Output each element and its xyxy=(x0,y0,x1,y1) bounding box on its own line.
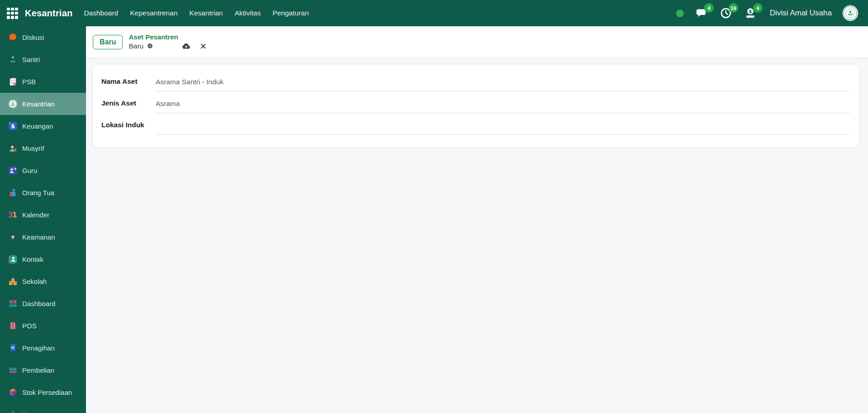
svg-text:$: $ xyxy=(12,346,14,350)
calendar-icon: 31 xyxy=(8,210,18,220)
form-field-lokasi-induk: Lokasi Induk xyxy=(101,114,850,136)
sidebar-item-label: Kalender xyxy=(22,211,49,219)
sidebar-item-orang-tua[interactable]: Orang Tua xyxy=(0,182,86,204)
svg-text:1: 1 xyxy=(12,211,17,219)
sidebar-item-kesantrian[interactable]: Kesantrian xyxy=(0,93,86,115)
sidebar-item-sekolah[interactable]: Sekolah xyxy=(0,270,86,293)
money-collect-icon[interactable]: $ 4 xyxy=(744,6,757,20)
santri-icon xyxy=(8,55,18,64)
field-label: Nama Aset xyxy=(101,77,156,86)
breadcrumb-current: Baru xyxy=(129,42,143,50)
nav-menu-pengaturan[interactable]: Pengaturan xyxy=(267,0,315,26)
sidebar-item-label: POS xyxy=(22,322,37,330)
contacts-icon xyxy=(8,255,18,264)
employees-icon xyxy=(8,410,18,413)
field-value: Asrama xyxy=(156,100,180,108)
sidebar-item-label: Dashboard xyxy=(22,300,55,307)
psb-icon xyxy=(8,77,18,86)
sidebar-item-label: Pembelian xyxy=(22,366,54,374)
school-icon xyxy=(8,277,18,286)
finance-icon: $ xyxy=(8,121,18,131)
form-field-nama-aset: Nama AsetAsrama Santri - Induk xyxy=(101,71,850,92)
company-switcher[interactable]: Divisi Amal Usaha xyxy=(770,9,832,18)
purchase-icon xyxy=(8,365,18,375)
field-input-nama-aset[interactable]: Asrama Santri - Induk xyxy=(156,73,850,91)
svg-text:$: $ xyxy=(749,9,752,14)
breadcrumb: Aset Pesantren Baru xyxy=(129,33,206,51)
user-avatar[interactable] xyxy=(843,5,858,21)
sidebar-item-keuangan[interactable]: $Keuangan xyxy=(0,115,86,137)
nav-menu-kesantrian[interactable]: Kesantrian xyxy=(183,0,229,26)
teacher-icon xyxy=(8,166,18,175)
inventory-icon xyxy=(8,388,18,397)
musyrif-icon xyxy=(8,144,18,153)
sidebar-item-psb[interactable]: PSB xyxy=(0,71,86,93)
money-badge: 4 xyxy=(753,3,763,13)
top-menu: DashboardKepesantrenanKesantrianAktivita… xyxy=(78,0,315,26)
field-input-lokasi-induk[interactable] xyxy=(156,117,850,135)
messages-badge: 4 xyxy=(704,3,714,13)
sidebar-item-stok-persediaan[interactable]: Stok Persediaan xyxy=(0,381,86,403)
sidebar-item-karyawan[interactable]: Karyawan xyxy=(0,403,86,413)
sidebar-item-label: Keamanan xyxy=(22,233,55,241)
parents-icon xyxy=(8,188,18,197)
sidebar-item-kalender[interactable]: 31Kalender xyxy=(0,204,86,226)
field-input-jenis-aset[interactable]: Asrama xyxy=(156,95,850,113)
sidebar-item-label: Santri xyxy=(22,56,40,63)
pos-icon xyxy=(8,321,18,331)
security-icon xyxy=(8,232,18,242)
sidebar-item-penagihan[interactable]: $Penagihan xyxy=(0,337,86,359)
sidebar-item-label: Karyawan xyxy=(22,411,52,413)
sidebar-item-guru[interactable]: Guru xyxy=(0,159,86,182)
control-panel: Baru Aset Pesantren Baru xyxy=(86,26,868,58)
main-content: Baru Aset Pesantren Baru Nama AsetA xyxy=(86,26,868,413)
sidebar-item-pos[interactable]: POS xyxy=(0,315,86,337)
sidebar-item-label: Keuangan xyxy=(22,122,53,130)
app-brand[interactable]: Kesantrian xyxy=(25,8,72,19)
sidebar-item-label: Penagihan xyxy=(22,344,55,352)
nav-menu-dashboard[interactable]: Dashboard xyxy=(78,0,124,26)
app-sidebar: DiskusiSantriPSBKesantrian$KeuanganMusyr… xyxy=(0,26,86,413)
sidebar-item-label: Kontak xyxy=(22,255,43,263)
field-value: Asrama Santri - Induk xyxy=(156,78,224,86)
sidebar-item-kontak[interactable]: Kontak xyxy=(0,248,86,270)
field-label: Jenis Aset xyxy=(101,99,156,107)
gear-icon[interactable] xyxy=(147,43,153,49)
breadcrumb-parent[interactable]: Aset Pesantren xyxy=(129,33,206,41)
form-field-jenis-aset: Jenis AsetAsrama xyxy=(101,92,850,114)
sidebar-item-label: Orang Tua xyxy=(22,189,54,197)
sidebar-item-label: Diskusi xyxy=(22,34,44,41)
activities-clock-icon[interactable]: 16 xyxy=(719,6,733,20)
sidebar-item-label: Kesantrian xyxy=(22,100,55,108)
svg-text:$: $ xyxy=(11,123,15,130)
top-navbar: Kesantrian DashboardKepesantrenanKesantr… xyxy=(0,0,868,26)
dashboard-icon xyxy=(8,299,18,308)
discard-icon[interactable] xyxy=(200,43,206,49)
nav-menu-aktivitas[interactable]: Aktivitas xyxy=(229,0,267,26)
sidebar-item-diskusi[interactable]: Diskusi xyxy=(0,26,86,48)
sidebar-item-label: PSB xyxy=(22,78,36,86)
sidebar-item-dashboard[interactable]: Dashboard xyxy=(0,293,86,315)
new-button[interactable]: Baru xyxy=(93,35,123,49)
activities-badge: 16 xyxy=(729,3,738,13)
online-status-dot xyxy=(676,10,684,17)
discuss-icon xyxy=(8,33,18,42)
kesantrian-icon xyxy=(8,99,18,109)
apps-grid-icon[interactable] xyxy=(7,8,18,19)
asset-form-card: Nama AsetAsrama Santri - IndukJenis Aset… xyxy=(92,64,859,148)
sidebar-item-keamanan[interactable]: Keamanan xyxy=(0,226,86,248)
cloud-save-icon[interactable] xyxy=(181,41,191,51)
sidebar-item-label: Stok Persediaan xyxy=(22,389,72,396)
sidebar-item-musyrif[interactable]: Musyrif xyxy=(0,137,86,159)
sidebar-item-label: Sekolah xyxy=(22,278,47,285)
sidebar-item-pembelian[interactable]: Pembelian xyxy=(0,359,86,381)
field-label: Lokasi Induk xyxy=(101,121,156,129)
nav-menu-kepesantrenan[interactable]: Kepesantrenan xyxy=(124,0,183,26)
sidebar-item-label: Musyrif xyxy=(22,144,44,152)
invoicing-icon: $ xyxy=(8,343,18,353)
messages-icon[interactable]: 4 xyxy=(695,6,708,20)
sidebar-item-label: Guru xyxy=(22,167,37,174)
sidebar-item-santri[interactable]: Santri xyxy=(0,48,86,71)
